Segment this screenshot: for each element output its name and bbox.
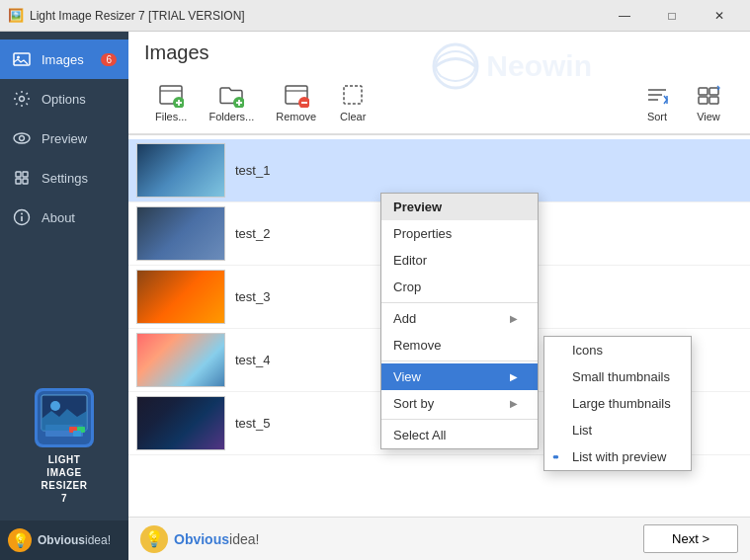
view-label: View	[697, 111, 720, 122]
toolbar: Files... Folders...	[144, 72, 734, 133]
svg-rect-7	[16, 179, 21, 184]
svg-rect-31	[344, 86, 362, 104]
ctx-add-arrow: ▶	[510, 313, 518, 324]
ctx-view[interactable]: View ▶	[381, 363, 538, 390]
logo-graphic	[35, 388, 94, 447]
toolbar-right: Sort View	[631, 76, 734, 127]
options-icon	[12, 89, 32, 109]
next-button[interactable]: Next >	[643, 524, 738, 553]
bulb-icon: 💡	[8, 528, 32, 552]
submenu: Icons Small thumbnails Large thumbnails …	[543, 336, 692, 471]
ctx-separator-1	[381, 302, 538, 303]
sub-large-thumbnails[interactable]: Large thumbnails	[544, 390, 691, 417]
maximize-button[interactable]: □	[649, 0, 695, 32]
image-name-4: test_4	[235, 353, 270, 367]
svg-rect-38	[699, 97, 708, 104]
ctx-crop[interactable]: Crop	[381, 274, 538, 300]
sidebar-item-preview[interactable]: Preview	[0, 119, 128, 158]
minimize-button[interactable]: —	[602, 0, 647, 32]
ctx-header: Preview	[381, 194, 538, 220]
sidebar: Images 6 Options Preview	[0, 32, 128, 560]
folders-label: Folders...	[208, 111, 254, 122]
app-icon: 🖼️	[8, 8, 24, 24]
svg-point-16	[50, 401, 60, 411]
brand-label: Obviousidea!	[38, 533, 111, 547]
titlebar-title: Light Image Resizer 7 [TRIAL VERSION]	[30, 9, 602, 23]
sub-icons[interactable]: Icons	[544, 337, 691, 363]
images-label: Images	[42, 52, 84, 67]
ctx-remove[interactable]: Remove	[381, 332, 538, 359]
ctx-sortby[interactable]: Sort by ▶	[381, 390, 538, 417]
files-button[interactable]: Files...	[144, 76, 198, 127]
sort-label: Sort	[647, 111, 667, 122]
footer-brand: Obviousidea!	[174, 531, 259, 547]
folders-icon	[217, 81, 245, 109]
about-icon	[12, 207, 32, 227]
settings-icon	[12, 168, 32, 188]
ctx-editor[interactable]: Editor	[381, 247, 538, 274]
svg-point-11	[21, 213, 23, 215]
sort-button[interactable]: Sort	[631, 76, 683, 127]
thumbnail-1	[136, 143, 225, 198]
page-title: Images	[144, 41, 734, 64]
thumbnail-2	[136, 206, 225, 261]
footer-logo: 💡 Obviousidea!	[140, 525, 259, 553]
about-label: About	[42, 210, 75, 225]
footer-bar: 💡 Obviousidea! Next >	[128, 517, 750, 560]
images-icon	[12, 49, 32, 69]
close-button[interactable]: ✕	[697, 0, 742, 32]
ctx-properties[interactable]: Properties	[381, 220, 538, 247]
clear-label: Clear	[340, 111, 366, 122]
svg-point-4	[20, 136, 25, 141]
sidebar-item-about[interactable]: About	[0, 198, 128, 237]
view-icon	[695, 81, 722, 109]
ctx-add[interactable]: Add ▶	[381, 305, 538, 332]
thumbnail-5	[136, 396, 225, 450]
ctx-separator-3	[381, 419, 538, 420]
image-name-2: test_2	[235, 226, 270, 241]
logo-text: LIGHT IMAGE RESIZER 7	[42, 453, 88, 505]
svg-rect-5	[16, 172, 21, 177]
remove-icon	[283, 81, 310, 109]
preview-icon	[12, 128, 32, 148]
svg-rect-39	[709, 97, 718, 104]
svg-rect-19	[73, 431, 81, 437]
content-header: Images Files...	[128, 32, 750, 134]
sidebar-item-images[interactable]: Images 6	[0, 40, 128, 79]
files-icon	[157, 81, 185, 109]
folders-button[interactable]: Folders...	[198, 76, 265, 127]
preview-label: Preview	[42, 131, 87, 146]
ctx-separator-2	[381, 360, 538, 361]
sidebar-footer: 💡 Obviousidea!	[0, 520, 128, 560]
titlebar: 🖼️ Light Image Resizer 7 [TRIAL VERSION]…	[0, 0, 750, 32]
app-body: Images 6 Options Preview	[0, 32, 750, 560]
svg-rect-36	[699, 88, 708, 95]
sidebar-item-settings[interactable]: Settings	[0, 158, 128, 198]
sub-small-thumbnails[interactable]: Small thumbnails	[544, 363, 691, 390]
sort-icon	[643, 81, 671, 109]
files-label: Files...	[155, 111, 187, 122]
sub-list[interactable]: List	[544, 417, 691, 443]
sidebar-item-options[interactable]: Options	[0, 79, 128, 119]
thumbnail-3	[136, 270, 225, 324]
view-button[interactable]: View	[683, 76, 734, 127]
options-label: Options	[42, 92, 86, 107]
image-name-3: test_3	[235, 289, 270, 304]
ctx-sortby-arrow: ▶	[510, 398, 518, 409]
svg-point-3	[14, 133, 30, 143]
clear-button[interactable]: Clear	[327, 76, 378, 127]
window-controls: — □ ✕	[602, 0, 742, 32]
svg-point-2	[20, 97, 25, 102]
context-menu: Preview Properties Editor Crop Add ▶ Rem…	[380, 193, 539, 449]
svg-point-1	[17, 56, 20, 59]
remove-button[interactable]: Remove	[265, 76, 327, 127]
svg-rect-6	[23, 172, 28, 177]
ctx-selectall[interactable]: Select All	[381, 422, 538, 448]
thumbnail-4	[136, 333, 225, 387]
svg-rect-37	[709, 88, 718, 95]
sub-list-preview[interactable]: ● List with preview	[544, 443, 691, 470]
clear-icon	[339, 81, 367, 109]
footer-bulb-icon: 💡	[140, 525, 168, 553]
ctx-view-arrow: ▶	[510, 371, 518, 382]
image-name-5: test_5	[235, 416, 270, 431]
